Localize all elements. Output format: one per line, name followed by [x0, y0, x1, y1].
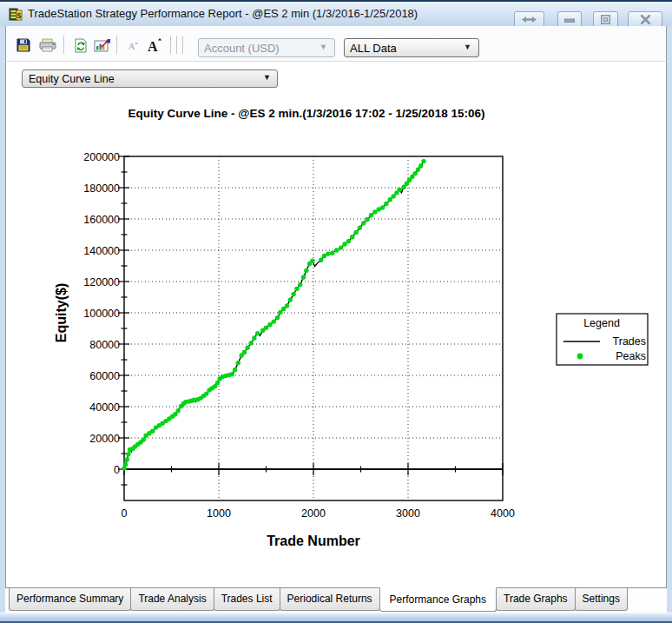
window-title: TradeStation Strategy Performance Report…: [28, 2, 418, 26]
graph-type-combo-value: Equity Curve Line: [29, 73, 115, 85]
svg-text:20000: 20000: [89, 433, 120, 445]
tab-trade-graphs[interactable]: Trade Graphs: [496, 588, 576, 611]
font-increase-button[interactable]: A: [145, 37, 164, 53]
toolbar-separator: [176, 36, 177, 54]
export-chart-icon: [94, 38, 111, 53]
toolbar-separator: [182, 36, 183, 54]
restore-icon: [601, 15, 610, 24]
tab-performance-graphs[interactable]: Performance Graphs: [379, 587, 497, 612]
svg-text:Trade Number: Trade Number: [267, 534, 360, 548]
equity-curve-chart: 0200004000060000800001000001200001400001…: [0, 96, 672, 582]
tab-trades-list[interactable]: Trades List: [214, 588, 280, 611]
svg-text:Peaks: Peaks: [616, 350, 646, 362]
save-icon: [16, 38, 30, 52]
tab-periodical-returns[interactable]: Periodical Returns: [280, 588, 380, 611]
toolbar: A A Account (USD) ▼ ALL Data ▼: [5, 26, 667, 62]
svg-text:A: A: [148, 39, 158, 53]
font-decrease-button[interactable]: A: [122, 37, 142, 53]
data-range-combo[interactable]: ALL Data ▼: [344, 38, 479, 57]
svg-text:0: 0: [122, 507, 128, 520]
tab-performance-summary[interactable]: Performance Summary: [9, 588, 131, 611]
account-combo-value: Account (USD): [204, 42, 280, 55]
svg-text:120000: 120000: [83, 276, 120, 288]
tab-settings[interactable]: Settings: [575, 588, 628, 611]
svg-text:$: $: [16, 11, 21, 20]
svg-text:3000: 3000: [396, 507, 420, 520]
svg-text:140000: 140000: [83, 245, 120, 257]
svg-text:200000: 200000: [83, 151, 120, 163]
chevron-down-icon: ▼: [464, 43, 471, 51]
svg-text:A: A: [128, 42, 135, 51]
app-icon: $: [9, 7, 23, 22]
svg-text:180000: 180000: [83, 182, 120, 195]
window-border-bottom: [0, 613, 672, 623]
font-increase-icon: A: [146, 37, 163, 53]
svg-text:1000: 1000: [207, 507, 231, 520]
graph-type-combo[interactable]: Equity Curve Line ▼: [22, 70, 278, 88]
tab-trade-analysis[interactable]: Trade Analysis: [130, 588, 214, 611]
svg-text:100000: 100000: [83, 308, 120, 320]
font-decrease-icon: A: [125, 39, 139, 51]
tradestation-report-window: $ TradeStation Strategy Performance Repo…: [0, 0, 672, 623]
refresh-icon: [74, 38, 88, 53]
export-chart-button[interactable]: [93, 37, 112, 53]
report-tab-bar: Performance Summary Trade Analysis Trade…: [5, 588, 667, 613]
svg-text:Legend: Legend: [583, 317, 620, 329]
data-range-combo-value: ALL Data: [350, 42, 397, 55]
refresh-button[interactable]: [71, 37, 90, 53]
svg-text:2000: 2000: [301, 507, 326, 520]
print-icon: [39, 38, 56, 52]
toolbar-separator: [170, 36, 171, 54]
chevron-down-icon: ▼: [263, 73, 271, 82]
svg-text:Equity($): Equity($): [54, 283, 69, 342]
print-button[interactable]: [38, 37, 57, 53]
save-button[interactable]: [14, 37, 33, 53]
svg-text:60000: 60000: [89, 370, 120, 382]
account-combo[interactable]: Account (USD) ▼: [198, 38, 335, 57]
svg-text:4000: 4000: [491, 507, 515, 520]
svg-text:Trades: Trades: [613, 335, 646, 348]
double-arrow-icon: [522, 16, 537, 23]
chevron-down-icon: ▼: [320, 43, 327, 51]
toolbar-separator: [116, 36, 117, 54]
minimize-icon: [564, 16, 575, 23]
svg-text:40000: 40000: [89, 401, 120, 414]
svg-text:160000: 160000: [83, 214, 120, 226]
svg-text:80000: 80000: [89, 339, 120, 351]
toolbar-separator: [63, 36, 64, 54]
svg-text:0: 0: [114, 464, 120, 476]
close-icon: [641, 15, 650, 24]
